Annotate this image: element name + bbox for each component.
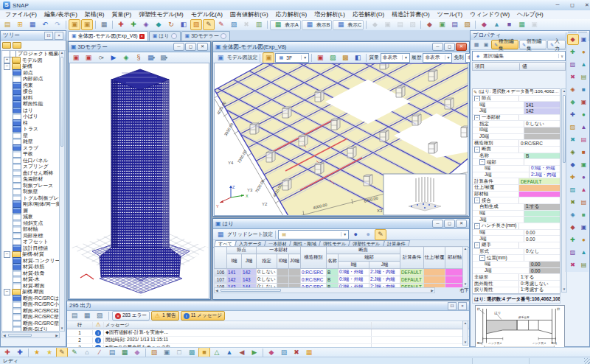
property-row-26[interactable]: I端0.00	[473, 262, 560, 268]
strip-icon-10[interactable]: ◆	[567, 97, 579, 108]
property-row-10[interactable]: –端部	[473, 159, 560, 166]
property-row-14[interactable]: 仕上/被覆	[473, 185, 560, 192]
modeler-orbit-icon[interactable]: ○▾	[95, 52, 107, 63]
strip-icon-18[interactable]: ◈	[567, 147, 579, 158]
table-row[interactable]: 1061411420:しない0:RC/SRCB0:I端・外端2:J端・内端DEF…	[215, 269, 465, 276]
toolbar-edit-pencil-icon[interactable]: ✎	[203, 19, 215, 30]
property-row-13[interactable]: 計算条件DEFAULT	[473, 178, 560, 185]
toolbar-analysis-3-icon[interactable]: ▤	[394, 19, 406, 30]
menu-item-11[interactable]: ツール(T)	[434, 10, 467, 19]
scroll-down-icon[interactable]: ▼	[463, 340, 468, 345]
col-section-name[interactable]: 名称	[327, 254, 339, 269]
beam-find-prev-icon[interactable]: ●	[350, 229, 361, 240]
property-value[interactable]: 141	[524, 102, 560, 108]
prop-tool-icon-2[interactable]: ▣	[482, 39, 490, 50]
bottom-toolbar-add-member-icon[interactable]: ✚	[14, 347, 26, 357]
property-row-18[interactable]: I端	[473, 211, 560, 217]
strip-icon-13[interactable]: ●	[578, 109, 590, 120]
strip-icon-21[interactable]: ▣	[578, 159, 590, 170]
strip-icon-2[interactable]: ✚	[567, 46, 579, 57]
property-value[interactable]: 0:考慮しない	[519, 281, 560, 287]
property-row-15[interactable]: 部材軸	[473, 192, 560, 198]
toolbar-result-3-icon[interactable]: ▤	[448, 19, 460, 30]
bottom-toolbar-home-view-icon[interactable]: ⌂	[81, 347, 93, 357]
toolbar-view-a-button[interactable]: ▦表示A	[270, 20, 301, 30]
strip-icon-4[interactable]: ▨	[567, 59, 579, 70]
plan-display-blue-icon[interactable]: ◧	[352, 52, 364, 63]
tree-item-12[interactable]: トラス	[2, 126, 59, 133]
plan-maximize-button[interactable]: ◻	[444, 43, 455, 51]
toolbar-capture-icon[interactable]: ▦	[98, 19, 110, 30]
strip-icon-23[interactable]: ●	[578, 172, 590, 183]
bottom-toolbar-slash-tool-icon[interactable]: ∕	[94, 347, 105, 357]
tree-vertical-scrollbar[interactable]: ▲ ▼	[59, 50, 65, 332]
bottom-toolbar-tri-up-icon[interactable]: △	[211, 347, 223, 357]
property-value[interactable]: 1:する	[524, 204, 560, 210]
property-row-12[interactable]: J端2:J端・内端	[473, 172, 560, 179]
menu-item-4[interactable]: 弾塑性モデル(M)	[135, 10, 187, 19]
bottom-toolbar-solid-tool-icon[interactable]: ■	[198, 347, 210, 357]
strip-icon-32[interactable]: ✚	[567, 234, 579, 245]
property-value[interactable]: 142	[524, 108, 560, 114]
collapse-icon[interactable]: –	[479, 255, 485, 261]
menu-item-2[interactable]: 架構(B)	[81, 10, 108, 19]
plan-settings-label[interactable]: モデル図設定	[227, 54, 257, 61]
bottom-toolbar-prev-tool-icon[interactable]: ◀	[236, 347, 248, 357]
beam-maximize-button[interactable]: ◻	[444, 220, 455, 228]
beam-close-button[interactable]: ✕	[456, 220, 467, 228]
col-finish[interactable]: 仕上/被覆	[424, 247, 445, 269]
scroll-left-icon[interactable]: ◀	[215, 289, 219, 293]
property-value[interactable]: DEFAULT	[519, 178, 560, 184]
output-output-copy-icon[interactable]: ▧	[94, 310, 105, 321]
property-row-9[interactable]: 名称B	[473, 153, 560, 160]
message-row-1[interactable]: 2i開始時刻: 2021/ 1/13 11:15:11	[67, 337, 469, 344]
toolbar-open-icon[interactable]: ⊞	[14, 19, 26, 30]
property-row-3[interactable]: –一本部材	[473, 115, 560, 122]
strip-icon-27[interactable]: ▤	[578, 197, 590, 208]
strip-icon-24[interactable]: ▨	[567, 184, 579, 195]
col-j0-end[interactable]: J0端	[289, 254, 301, 269]
bottom-toolbar-snap-star-2-icon[interactable]: ★	[44, 347, 55, 357]
menu-item-3[interactable]: 質量(P)	[108, 10, 136, 19]
property-row-16[interactable]: –接合	[473, 197, 560, 204]
bottom-toolbar-hatch-tool-icon[interactable]: ▧	[148, 347, 160, 357]
strip-icon-29[interactable]: ■	[578, 209, 590, 220]
menu-item-7[interactable]: 応力解析(S)	[272, 10, 311, 19]
tab-close-icon[interactable]: ×	[139, 34, 145, 39]
property-value[interactable]: 0:I端・外端	[530, 166, 560, 172]
floor-selector[interactable]: ▦ 3F ▼	[275, 53, 309, 63]
document-tab-2[interactable]: ▣3Dモデラー	[181, 31, 230, 41]
output-filter-info-button[interactable]: i11 メッセージ	[181, 311, 225, 321]
beam-sheet-edit-icon[interactable]: ✎	[375, 229, 386, 240]
toolbar-view-b-icon[interactable]: ▦	[304, 19, 316, 30]
toolbar-view-c-icon[interactable]: ▦	[335, 19, 347, 30]
bottom-toolbar-grid-tool-icon[interactable]: ▩	[186, 347, 198, 357]
col-node[interactable]: 節点	[227, 247, 257, 254]
toolbar-select-tool-icon[interactable]: ◈	[140, 19, 152, 30]
strip-icon-0[interactable]: ◆	[567, 34, 579, 45]
modeler-grid-view-icon[interactable]: ▦▾	[145, 52, 157, 63]
toolbar-layer-icon[interactable]: ▥	[253, 19, 265, 30]
property-row-0[interactable]: –節点	[473, 96, 560, 102]
strip-icon-8[interactable]: ◈	[567, 84, 579, 95]
search-combobox[interactable]: ▤ ▼	[278, 230, 349, 239]
strip-icon-35[interactable]: ▲	[578, 247, 590, 258]
property-row-4[interactable]: 指定0:しない	[473, 121, 560, 127]
document-tab-0[interactable]: ▣全体図-モデル図(Exp_V8)×	[68, 31, 148, 41]
strip-icon-19[interactable]: ■	[578, 147, 590, 158]
toolbar-view-a-icon[interactable]: ▦	[272, 19, 284, 30]
modeler-minimize-button[interactable]: ─	[173, 43, 184, 51]
toolbar-analysis-4-icon[interactable]: ▨	[406, 19, 418, 30]
plan-combo-0[interactable]: 非表示▼	[381, 53, 410, 63]
collapse-icon[interactable]: –	[4, 251, 10, 258]
grid-settings-icon[interactable]: ▦	[215, 229, 226, 240]
strip-icon-31[interactable]: ▣	[578, 222, 590, 233]
scroll-down-icon[interactable]: ▼	[60, 326, 64, 331]
beam-horizontal-scrollbar[interactable]: ◀ ▶	[214, 287, 435, 293]
bottom-toolbar-draw-pencil-icon[interactable]: ✎	[56, 347, 68, 357]
toolbar-analysis-2-icon[interactable]: ▣	[381, 19, 393, 30]
output-filter-warning-button[interactable]: ⚠1 警告	[151, 311, 179, 321]
col-message[interactable]: メッセージ	[104, 322, 372, 329]
property-row-21[interactable]: I端0.00	[473, 230, 560, 237]
bottom-toolbar-diamond-tool-icon[interactable]: ◆	[266, 347, 277, 357]
